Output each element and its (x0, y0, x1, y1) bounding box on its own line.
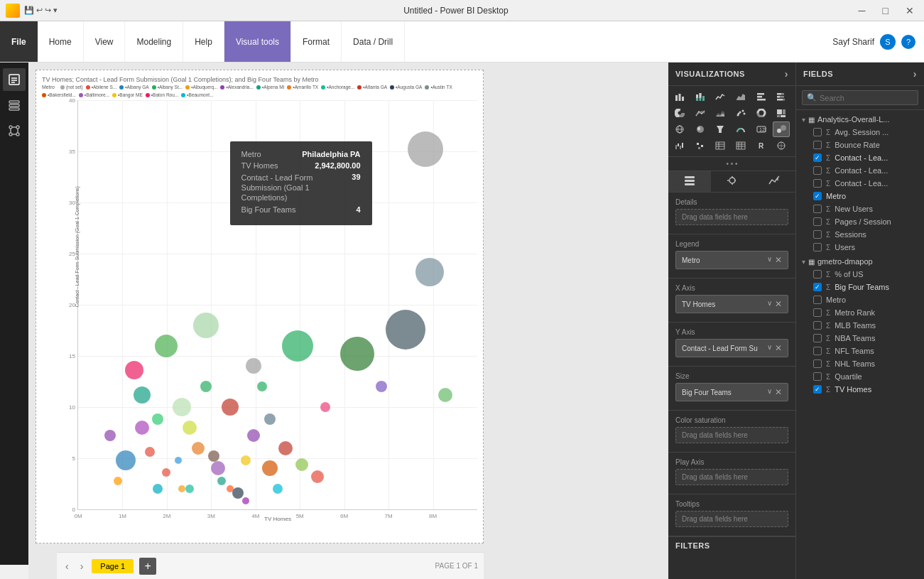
field-sessions[interactable]: Σ Sessions (796, 228, 924, 241)
checkbox-nhl-teams[interactable] (813, 359, 822, 368)
field-quartile[interactable]: Σ Quartile (796, 370, 924, 383)
checkbox-contact-lea1[interactable]: ✓ (813, 153, 822, 162)
viz-globe[interactable] (773, 138, 790, 153)
sidebar-icon-data[interactable] (3, 94, 26, 117)
viz-details-slot[interactable]: Drag data fields here (675, 209, 788, 225)
viz-xaxis-field[interactable]: TV Homes ∨ ✕ (675, 295, 788, 313)
viz-yaxis-field[interactable]: Contact - Lead Form Su ∨ ✕ (675, 339, 788, 357)
ribbon-tab-modeling[interactable]: Modeling (125, 21, 183, 62)
viz-waterfall[interactable] (671, 138, 688, 153)
tree-group-analytics-header[interactable]: ▾ ▦ Analytics-Overall-L... (796, 113, 924, 126)
field-big-four[interactable]: ✓ Σ Big Four Teams (796, 281, 924, 293)
viz-gauge[interactable] (732, 121, 749, 137)
checkbox-pages-session[interactable] (813, 217, 822, 226)
field-contact-lea1[interactable]: ✓ Σ Contact - Lea... (796, 151, 924, 164)
page-next[interactable]: › (77, 559, 87, 573)
viz-stacked-hbar[interactable] (773, 89, 790, 104)
tree-group-gmetro-header[interactable]: ▾ ▦ gmetro-dmapop (796, 255, 924, 268)
viz-size-field[interactable]: Big Four Teams ∨ ✕ (675, 383, 788, 401)
checkbox-metro-analytics[interactable]: ✓ (813, 192, 822, 200)
size-expand-btn[interactable]: ∨ (767, 387, 772, 397)
viz-hbar-chart[interactable] (753, 89, 770, 104)
checkbox-contact-lea3[interactable] (813, 179, 822, 188)
report-canvas[interactable]: TV Homes; Contact - Lead Form Submission… (36, 70, 484, 543)
minimize-btn[interactable]: ─ (854, 4, 870, 18)
ribbon-tab-home[interactable]: Home (38, 21, 84, 62)
field-pages-session[interactable]: Σ Pages / Session (796, 215, 924, 228)
yaxis-expand-btn[interactable]: ∨ (767, 343, 772, 353)
size-remove-btn[interactable]: ✕ (775, 387, 782, 397)
field-bounce-rate[interactable]: Σ Bounce Rate (796, 139, 924, 151)
viz-bubble-active[interactable] (773, 121, 790, 137)
field-tv-homes[interactable]: ✓ Σ TV Homes (796, 383, 924, 396)
user-avatar[interactable]: S (880, 34, 896, 50)
viz-tab-analytics[interactable] (753, 171, 795, 192)
field-nhl-teams[interactable]: Σ NHL Teams (796, 357, 924, 370)
viz-funnel[interactable] (712, 121, 729, 137)
checkbox-contact-lea2[interactable] (813, 166, 822, 175)
help-icon[interactable]: ? (901, 35, 915, 49)
viz-area2[interactable] (712, 105, 729, 121)
viz-line2[interactable] (692, 105, 709, 121)
checkbox-new-users[interactable] (813, 205, 822, 213)
checkbox-nfl-teams[interactable] (813, 347, 822, 355)
philly-bubble[interactable] (408, 131, 443, 167)
viz-area-chart[interactable] (732, 89, 749, 104)
viz-matrix[interactable] (732, 138, 749, 153)
page-add-btn[interactable]: + (139, 558, 156, 575)
sidebar-icon-report[interactable] (3, 68, 26, 91)
viz-bar-chart2[interactable] (692, 89, 709, 104)
legend-expand-btn[interactable]: ∨ (767, 255, 772, 265)
viz-table[interactable] (712, 138, 729, 153)
viz-tab-fields[interactable] (668, 171, 711, 192)
ribbon-tab-file[interactable]: File (0, 21, 38, 62)
checkbox-pct-us[interactable] (813, 270, 822, 278)
field-metro-rank[interactable]: Σ Metro Rank (796, 306, 924, 319)
ribbon-tab-datadrill[interactable]: Data / Drill (342, 21, 405, 62)
fields-search-input[interactable] (820, 94, 913, 102)
legend-remove-btn[interactable]: ✕ (775, 255, 782, 265)
checkbox-metro-gmetro[interactable] (813, 296, 822, 304)
checkbox-users[interactable] (813, 243, 822, 251)
fields-panel-expand[interactable]: › (913, 68, 917, 80)
xaxis-expand-btn[interactable]: ∨ (767, 299, 772, 309)
checkbox-bounce-rate[interactable] (813, 141, 822, 149)
ribbon-tab-help[interactable]: Help (183, 21, 224, 62)
field-mlb-teams[interactable]: Σ MLB Teams (796, 319, 924, 332)
checkbox-avg-session[interactable] (813, 128, 822, 136)
viz-tab-format[interactable] (711, 171, 754, 192)
viz-r-visual[interactable]: R (753, 138, 770, 153)
xaxis-remove-btn[interactable]: ✕ (775, 299, 782, 309)
viz-donut[interactable] (753, 105, 770, 121)
field-nba-teams[interactable]: Σ NBA Teams (796, 332, 924, 345)
field-metro-analytics[interactable]: ✓ Metro (796, 190, 924, 202)
field-new-users[interactable]: Σ New Users (796, 202, 924, 215)
yaxis-remove-btn[interactable]: ✕ (775, 343, 782, 353)
field-pct-us[interactable]: Σ % of US (796, 268, 924, 281)
field-nfl-teams[interactable]: Σ NFL Teams (796, 345, 924, 357)
viz-tooltips-slot[interactable]: Drag data fields here (675, 511, 788, 527)
sidebar-icon-model[interactable] (3, 119, 26, 142)
field-contact-lea3[interactable]: Σ Contact - Lea... (796, 177, 924, 190)
checkbox-nba-teams[interactable] (813, 334, 822, 342)
viz-treemap[interactable] (773, 105, 790, 121)
viz-bar-chart[interactable] (671, 89, 688, 104)
viz-legend-field[interactable]: Metro ∨ ✕ (675, 251, 788, 269)
page-prev[interactable]: ‹ (62, 559, 72, 573)
viz-panel-expand[interactable]: › (785, 68, 788, 80)
checkbox-quartile[interactable] (813, 372, 822, 381)
field-metro-gmetro[interactable]: Metro (796, 293, 924, 306)
viz-scatter[interactable] (732, 105, 749, 121)
viz-filled-map[interactable] (692, 121, 709, 137)
field-users[interactable]: Σ Users (796, 241, 924, 254)
viz-colorsat-slot[interactable]: Drag data fields here (675, 427, 788, 443)
field-avg-session[interactable]: Σ Avg. Session ... (796, 126, 924, 139)
checkbox-sessions[interactable] (813, 230, 822, 239)
ribbon-tab-format[interactable]: Format (291, 21, 342, 62)
viz-playaxis-slot[interactable]: Drag data fields here (675, 469, 788, 485)
checkbox-tv-homes[interactable]: ✓ (813, 385, 822, 394)
page-tab-1[interactable]: Page 1 (92, 559, 134, 573)
canvas-area[interactable]: TV Homes; Contact - Lead Form Submission… (28, 63, 668, 579)
ribbon-tab-view[interactable]: View (84, 21, 126, 62)
field-contact-lea2[interactable]: Σ Contact - Lea... (796, 164, 924, 177)
